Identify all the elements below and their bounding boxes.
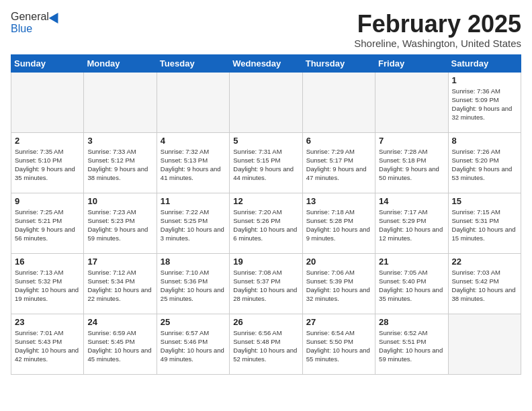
calendar-day-cell: 26Sunrise: 6:56 AM Sunset: 5:48 PM Dayli… — [230, 314, 302, 374]
day-info: Sunrise: 7:05 AM Sunset: 5:40 PM Dayligh… — [379, 268, 444, 304]
day-info: Sunrise: 7:10 AM Sunset: 5:36 PM Dayligh… — [161, 268, 226, 304]
day-number: 19 — [233, 257, 298, 267]
calendar-day-cell: 3Sunrise: 7:33 AM Sunset: 5:12 PM Daylig… — [84, 132, 157, 193]
calendar-day-cell: 13Sunrise: 7:18 AM Sunset: 5:28 PM Dayli… — [302, 193, 375, 253]
day-number: 17 — [87, 257, 152, 267]
calendar-day-cell — [84, 72, 157, 132]
day-number: 14 — [379, 196, 444, 206]
title-block: February 2025 Shoreline, Washington, Uni… — [354, 11, 521, 49]
logo-general-text: General — [11, 11, 49, 23]
day-number: 2 — [15, 136, 80, 146]
location-text: Shoreline, Washington, United States — [354, 38, 521, 49]
day-number: 20 — [306, 257, 371, 267]
day-info: Sunrise: 7:15 AM Sunset: 5:31 PM Dayligh… — [452, 208, 517, 243]
day-number: 10 — [87, 196, 152, 206]
day-number: 16 — [15, 257, 80, 267]
calendar-day-cell — [230, 72, 302, 132]
calendar-week-row: 2Sunrise: 7:35 AM Sunset: 5:10 PM Daylig… — [11, 132, 521, 193]
day-info: Sunrise: 6:59 AM Sunset: 5:45 PM Dayligh… — [87, 328, 152, 364]
day-number: 22 — [452, 257, 517, 267]
day-info: Sunrise: 6:54 AM Sunset: 5:50 PM Dayligh… — [306, 328, 371, 364]
calendar-day-cell: 21Sunrise: 7:05 AM Sunset: 5:40 PM Dayli… — [375, 253, 448, 314]
calendar-day-cell: 5Sunrise: 7:31 AM Sunset: 5:15 PM Daylig… — [230, 132, 302, 193]
calendar-week-row: 23Sunrise: 7:01 AM Sunset: 5:43 PM Dayli… — [11, 314, 521, 374]
day-info: Sunrise: 7:13 AM Sunset: 5:32 PM Dayligh… — [15, 268, 80, 304]
day-number: 7 — [379, 136, 444, 146]
day-info: Sunrise: 7:01 AM Sunset: 5:43 PM Dayligh… — [15, 328, 80, 364]
calendar-day-cell: 11Sunrise: 7:22 AM Sunset: 5:25 PM Dayli… — [157, 193, 229, 253]
day-number: 5 — [233, 136, 298, 146]
calendar-day-cell: 28Sunrise: 6:52 AM Sunset: 5:51 PM Dayli… — [375, 314, 448, 374]
day-info: Sunrise: 7:23 AM Sunset: 5:23 PM Dayligh… — [87, 208, 152, 243]
calendar-table: SundayMondayTuesdayWednesdayThursdayFrid… — [11, 54, 521, 375]
day-info: Sunrise: 7:35 AM Sunset: 5:10 PM Dayligh… — [15, 147, 80, 183]
calendar-day-cell: 22Sunrise: 7:03 AM Sunset: 5:42 PM Dayli… — [448, 253, 521, 314]
day-info: Sunrise: 7:17 AM Sunset: 5:29 PM Dayligh… — [379, 208, 444, 243]
calendar-day-cell — [302, 72, 375, 132]
logo-triangle-icon — [48, 10, 62, 24]
day-number: 25 — [161, 317, 226, 327]
day-number: 11 — [161, 196, 226, 206]
day-info: Sunrise: 7:28 AM Sunset: 5:18 PM Dayligh… — [379, 147, 444, 183]
day-info: Sunrise: 7:06 AM Sunset: 5:39 PM Dayligh… — [306, 268, 371, 304]
day-number: 4 — [161, 136, 226, 146]
calendar-day-cell: 27Sunrise: 6:54 AM Sunset: 5:50 PM Dayli… — [302, 314, 375, 374]
day-info: Sunrise: 7:29 AM Sunset: 5:17 PM Dayligh… — [306, 147, 371, 183]
day-info: Sunrise: 7:12 AM Sunset: 5:34 PM Dayligh… — [87, 268, 152, 304]
day-info: Sunrise: 6:56 AM Sunset: 5:48 PM Dayligh… — [233, 328, 298, 364]
calendar-day-cell — [157, 72, 229, 132]
calendar-week-row: 16Sunrise: 7:13 AM Sunset: 5:32 PM Dayli… — [11, 253, 521, 314]
day-number: 28 — [379, 317, 444, 327]
day-info: Sunrise: 7:18 AM Sunset: 5:28 PM Dayligh… — [306, 208, 371, 243]
day-of-week-header: Monday — [84, 54, 157, 72]
calendar-day-cell: 2Sunrise: 7:35 AM Sunset: 5:10 PM Daylig… — [11, 132, 84, 193]
calendar-day-cell: 12Sunrise: 7:20 AM Sunset: 5:26 PM Dayli… — [230, 193, 302, 253]
day-of-week-header: Friday — [375, 54, 448, 72]
calendar-day-cell: 19Sunrise: 7:08 AM Sunset: 5:37 PM Dayli… — [230, 253, 302, 314]
calendar-week-row: 1Sunrise: 7:36 AM Sunset: 5:09 PM Daylig… — [11, 72, 521, 132]
logo-blue-text: Blue — [11, 23, 32, 35]
day-number: 24 — [87, 317, 152, 327]
day-info: Sunrise: 6:52 AM Sunset: 5:51 PM Dayligh… — [379, 328, 444, 364]
calendar-day-cell: 23Sunrise: 7:01 AM Sunset: 5:43 PM Dayli… — [11, 314, 84, 374]
day-of-week-header: Wednesday — [230, 54, 302, 72]
calendar-week-row: 9Sunrise: 7:25 AM Sunset: 5:21 PM Daylig… — [11, 193, 521, 253]
calendar-body: 1Sunrise: 7:36 AM Sunset: 5:09 PM Daylig… — [11, 72, 521, 374]
day-number: 1 — [452, 75, 517, 85]
calendar-day-cell: 8Sunrise: 7:26 AM Sunset: 5:20 PM Daylig… — [448, 132, 521, 193]
calendar-day-cell: 17Sunrise: 7:12 AM Sunset: 5:34 PM Dayli… — [84, 253, 157, 314]
calendar-day-cell: 6Sunrise: 7:29 AM Sunset: 5:17 PM Daylig… — [302, 132, 375, 193]
day-info: Sunrise: 7:20 AM Sunset: 5:26 PM Dayligh… — [233, 208, 298, 243]
page-header: General Blue February 2025 Shoreline, Wa… — [11, 11, 521, 49]
day-number: 26 — [233, 317, 298, 327]
calendar-day-cell: 4Sunrise: 7:32 AM Sunset: 5:13 PM Daylig… — [157, 132, 229, 193]
calendar-day-cell: 25Sunrise: 6:57 AM Sunset: 5:46 PM Dayli… — [157, 314, 229, 374]
day-info: Sunrise: 7:08 AM Sunset: 5:37 PM Dayligh… — [233, 268, 298, 304]
calendar-day-cell: 10Sunrise: 7:23 AM Sunset: 5:23 PM Dayli… — [84, 193, 157, 253]
day-info: Sunrise: 6:57 AM Sunset: 5:46 PM Dayligh… — [161, 328, 226, 364]
month-title: February 2025 — [354, 11, 521, 38]
day-info: Sunrise: 7:03 AM Sunset: 5:42 PM Dayligh… — [452, 268, 517, 304]
day-number: 12 — [233, 196, 298, 206]
calendar-day-cell: 20Sunrise: 7:06 AM Sunset: 5:39 PM Dayli… — [302, 253, 375, 314]
calendar-day-cell — [375, 72, 448, 132]
day-info: Sunrise: 7:32 AM Sunset: 5:13 PM Dayligh… — [161, 147, 226, 183]
day-number: 9 — [15, 196, 80, 206]
day-number: 27 — [306, 317, 371, 327]
day-info: Sunrise: 7:31 AM Sunset: 5:15 PM Dayligh… — [233, 147, 298, 183]
calendar-header-row: SundayMondayTuesdayWednesdayThursdayFrid… — [11, 54, 521, 72]
day-of-week-header: Sunday — [11, 54, 84, 72]
day-info: Sunrise: 7:22 AM Sunset: 5:25 PM Dayligh… — [161, 208, 226, 243]
day-of-week-header: Thursday — [302, 54, 375, 72]
calendar-day-cell: 1Sunrise: 7:36 AM Sunset: 5:09 PM Daylig… — [448, 72, 521, 132]
logo: General Blue — [11, 11, 61, 35]
calendar-day-cell: 15Sunrise: 7:15 AM Sunset: 5:31 PM Dayli… — [448, 193, 521, 253]
day-of-week-header: Saturday — [448, 54, 521, 72]
day-info: Sunrise: 7:36 AM Sunset: 5:09 PM Dayligh… — [452, 87, 517, 122]
calendar-day-cell: 14Sunrise: 7:17 AM Sunset: 5:29 PM Dayli… — [375, 193, 448, 253]
day-info: Sunrise: 7:26 AM Sunset: 5:20 PM Dayligh… — [452, 147, 517, 183]
day-number: 8 — [452, 136, 517, 146]
calendar-day-cell: 16Sunrise: 7:13 AM Sunset: 5:32 PM Dayli… — [11, 253, 84, 314]
day-info: Sunrise: 7:33 AM Sunset: 5:12 PM Dayligh… — [87, 147, 152, 183]
day-number: 15 — [452, 196, 517, 206]
